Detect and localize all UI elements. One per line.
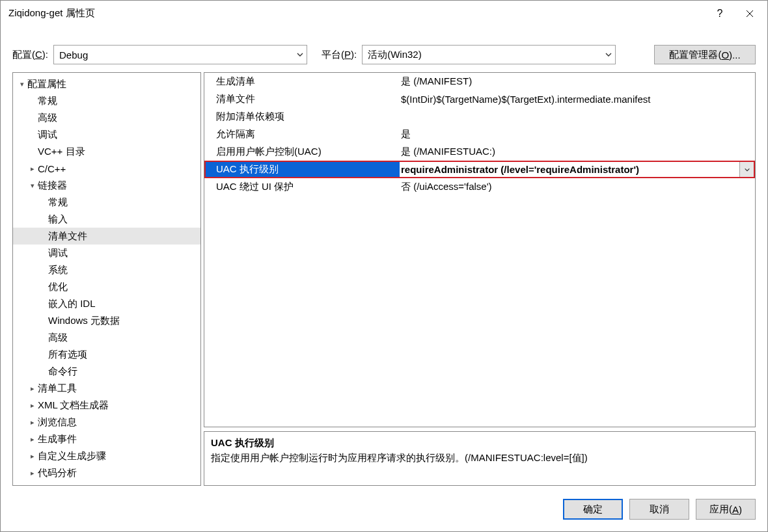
value-dropdown-button[interactable]: [739, 161, 755, 178]
tree-item[interactable]: 嵌入的 IDL: [13, 295, 200, 312]
property-value[interactable]: 是 (/MANIFESTUAC:): [400, 143, 755, 161]
tree-item[interactable]: 常规: [13, 194, 200, 211]
description-title: UAC 执行级别: [211, 437, 748, 449]
tree-collapsed-icon[interactable]: ▸: [27, 401, 38, 410]
property-name: UAC 绕过 UI 保护: [204, 178, 400, 196]
property-row[interactable]: 生成清单是 (/MANIFEST): [204, 73, 755, 90]
tree-item-label: 高级: [48, 332, 68, 344]
tree-item-label: 嵌入的 IDL: [48, 298, 96, 310]
body: ▾配置属性常规高级调试VC++ 目录▸C/C++▾链接器常规输入清单文件调试系统…: [1, 72, 767, 494]
tree: ▾配置属性常规高级调试VC++ 目录▸C/C++▾链接器常规输入清单文件调试系统…: [13, 73, 200, 484]
tree-collapsed-icon[interactable]: ▸: [27, 469, 38, 477]
footer-buttons: 确定 取消 应用(A): [1, 494, 767, 531]
tree-item-label: 调试: [38, 129, 57, 141]
tree-expanded-icon[interactable]: ▾: [17, 80, 27, 88]
tree-item[interactable]: ▸代码分析: [13, 464, 200, 481]
tree-item[interactable]: ▸生成事件: [13, 431, 200, 447]
tree-collapsed-icon[interactable]: ▸: [27, 384, 38, 393]
titlebar: Ziqidong-get 属性页 ?: [1, 1, 767, 27]
tree-item[interactable]: VC++ 目录: [13, 143, 200, 160]
tree-item[interactable]: 命令行: [13, 363, 200, 380]
config-label: 配置(C):: [12, 49, 48, 61]
window-title: Ziqidong-get 属性页: [8, 7, 705, 20]
tree-item[interactable]: ▸自定义生成步骤: [13, 447, 200, 464]
tree-item[interactable]: 调试: [13, 126, 200, 143]
tree-item-label: 高级: [38, 112, 57, 124]
tree-collapsed-icon[interactable]: ▸: [27, 452, 38, 460]
property-row[interactable]: UAC 绕过 UI 保护否 (/uiAccess='false'): [204, 178, 755, 196]
tree-item[interactable]: 高级: [13, 109, 200, 126]
tree-item-label: C/C++: [38, 163, 66, 174]
property-name: 启用用户帐户控制(UAC): [204, 143, 400, 161]
close-button[interactable]: [735, 1, 765, 27]
tree-item[interactable]: ▸C/C++: [13, 160, 200, 177]
tree-item[interactable]: ▸清单工具: [13, 380, 200, 397]
property-row[interactable]: 允许隔离是: [204, 126, 755, 143]
description-pane: UAC 执行级别 指定使用用户帐户控制运行时为应用程序请求的执行级别。(/MAN…: [204, 431, 756, 486]
property-value[interactable]: 是: [400, 126, 755, 143]
tree-item[interactable]: ▾链接器: [13, 177, 200, 194]
platform-label: 平台(P):: [322, 49, 357, 61]
tree-collapsed-icon[interactable]: ▸: [27, 418, 38, 427]
tree-item-label: 清单文件: [48, 230, 87, 243]
tree-item-label: 常规: [38, 95, 57, 107]
tree-item-label: 命令行: [48, 366, 77, 378]
property-value[interactable]: $(IntDir)$(TargetName)$(TargetExt).inter…: [400, 90, 755, 108]
property-name: UAC 执行级别: [204, 161, 400, 178]
tree-item[interactable]: 优化: [13, 278, 200, 295]
apply-button[interactable]: 应用(A): [696, 499, 756, 520]
tree-item[interactable]: 清单文件: [13, 228, 200, 245]
tree-item-label: 配置属性: [27, 78, 66, 90]
tree-item-label: 优化: [48, 281, 68, 293]
tree-item-label: 所有选项: [48, 349, 87, 361]
property-name: 生成清单: [204, 73, 400, 90]
property-row[interactable]: UAC 执行级别requireAdministrator (/level='re…: [204, 161, 755, 178]
config-dropdown-value: Debug: [59, 49, 88, 60]
tree-item[interactable]: 常规: [13, 92, 200, 109]
tree-item-label: 浏览信息: [38, 416, 77, 429]
property-value[interactable]: [400, 108, 755, 126]
description-text: 指定使用用户帐户控制运行时为应用程序请求的执行级别。(/MANIFESTUAC:…: [211, 452, 748, 464]
property-row[interactable]: 附加清单依赖项: [204, 108, 755, 126]
platform-dropdown[interactable]: 活动(Win32): [362, 45, 616, 64]
property-row[interactable]: 清单文件$(IntDir)$(TargetName)$(TargetExt).i…: [204, 90, 755, 108]
property-grid: 生成清单是 (/MANIFEST)清单文件$(IntDir)$(TargetNa…: [204, 73, 755, 196]
property-name: 附加清单依赖项: [204, 108, 400, 126]
tree-expanded-icon[interactable]: ▾: [27, 181, 38, 190]
platform-dropdown-value: 活动(Win32): [368, 49, 422, 61]
tree-item[interactable]: 调试: [13, 245, 200, 261]
tree-item-label: 调试: [48, 247, 68, 259]
property-grid-pane: 生成清单是 (/MANIFEST)清单文件$(IntDir)$(TargetNa…: [204, 72, 756, 427]
right-column: 生成清单是 (/MANIFEST)清单文件$(IntDir)$(TargetNa…: [204, 72, 756, 486]
chevron-down-icon: [296, 51, 304, 59]
tree-item-label: 系统: [48, 264, 68, 276]
tree-item-label: 自定义生成步骤: [38, 450, 106, 462]
chevron-down-icon: [605, 51, 612, 59]
property-value[interactable]: 否 (/uiAccess='false'): [400, 178, 755, 196]
cancel-button[interactable]: 取消: [629, 499, 689, 520]
tree-item-label: 代码分析: [38, 467, 77, 479]
config-dropdown[interactable]: Debug: [53, 45, 307, 64]
tree-item[interactable]: ▸XML 文档生成器: [13, 397, 200, 414]
tree-item[interactable]: 系统: [13, 261, 200, 278]
tree-item[interactable]: 所有选项: [13, 346, 200, 363]
tree-pane[interactable]: ▾配置属性常规高级调试VC++ 目录▸C/C++▾链接器常规输入清单文件调试系统…: [12, 72, 201, 486]
tree-item[interactable]: 高级: [13, 329, 200, 346]
tree-collapsed-icon[interactable]: ▸: [27, 165, 38, 173]
tree-item-label: Windows 元数据: [48, 315, 120, 327]
tree-item[interactable]: 输入: [13, 211, 200, 228]
tree-item[interactable]: Windows 元数据: [13, 312, 200, 329]
tree-item-label: 清单工具: [38, 382, 77, 395]
property-value[interactable]: requireAdministrator (/level='requireAdm…: [400, 161, 739, 178]
property-page-window: Ziqidong-get 属性页 ? 配置(C): Debug 平台(P): 活…: [0, 0, 768, 532]
tree-item-label: 输入: [48, 213, 68, 226]
tree-collapsed-icon[interactable]: ▸: [27, 435, 38, 444]
config-manager-button[interactable]: 配置管理器(O)...: [654, 45, 756, 64]
ok-button[interactable]: 确定: [563, 499, 623, 520]
chevron-down-icon: [744, 166, 750, 173]
tree-item[interactable]: ▸浏览信息: [13, 414, 200, 431]
property-row[interactable]: 启用用户帐户控制(UAC)是 (/MANIFESTUAC:): [204, 143, 755, 161]
tree-item[interactable]: ▾配置属性: [13, 75, 200, 92]
property-value[interactable]: 是 (/MANIFEST): [400, 73, 755, 90]
help-button[interactable]: ?: [705, 1, 735, 27]
